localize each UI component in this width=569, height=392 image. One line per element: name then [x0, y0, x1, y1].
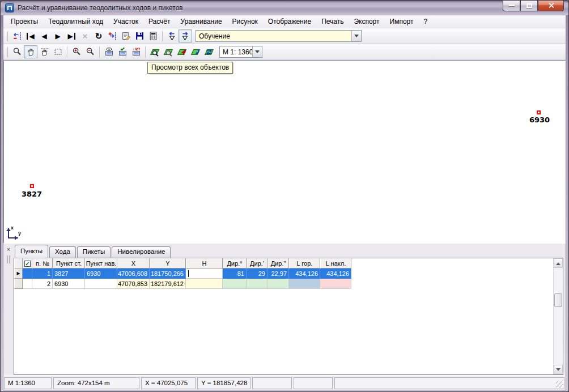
- maximize-button[interactable]: [520, 1, 538, 11]
- table-cell[interactable]: 182179,612: [150, 279, 186, 289]
- table-cell[interactable]: 81: [223, 269, 247, 279]
- map-back-button[interactable]: [189, 45, 202, 58]
- menu-item-help[interactable]: ?: [418, 16, 432, 27]
- menu-item-adjustment[interactable]: Уравнивание: [176, 16, 227, 27]
- toolbar-gripper[interactable]: [6, 31, 8, 41]
- prev-record-button[interactable]: ◀: [37, 29, 51, 42]
- scroll-up-button[interactable]: [554, 258, 563, 268]
- scroll-down-button[interactable]: [554, 365, 563, 374]
- column-header-station[interactable]: Пункт ст.: [53, 258, 85, 269]
- table-cell[interactable]: 6930: [53, 279, 85, 289]
- next-record-button[interactable]: ▶: [51, 29, 65, 42]
- prev-point-button[interactable]: [165, 29, 179, 42]
- column-header-x[interactable]: X: [117, 258, 150, 269]
- detach-record-button[interactable]: [10, 29, 24, 42]
- tab-pickets[interactable]: Пикеты: [77, 246, 111, 258]
- scrollbar-thumb[interactable]: [554, 293, 562, 307]
- column-header-dir-deg[interactable]: Дир.°: [223, 258, 247, 269]
- menu-item-drawing[interactable]: Рисунок: [227, 16, 263, 27]
- menu-item-print[interactable]: Печать: [316, 16, 349, 27]
- next-point-button[interactable]: [179, 29, 192, 42]
- cell-editor[interactable]: [186, 269, 223, 279]
- column-header-h[interactable]: Н: [186, 258, 223, 269]
- header-checkbox-cell[interactable]: ✓: [23, 258, 32, 269]
- insert-record-icon: [108, 31, 117, 41]
- refresh-button[interactable]: ↻: [92, 29, 105, 42]
- close-button[interactable]: [538, 1, 564, 11]
- table-cell[interactable]: 2: [32, 279, 53, 289]
- project-combobox-dropdown-button[interactable]: [351, 31, 361, 41]
- column-header-l-hor[interactable]: L гор.: [289, 258, 320, 269]
- tab-traverses[interactable]: Хода: [49, 246, 76, 258]
- table-cell[interactable]: 47006,608: [117, 269, 150, 279]
- column-header-dir-min[interactable]: Дир.': [247, 258, 267, 269]
- menu-item-export[interactable]: Экспорт: [349, 16, 384, 27]
- menu-item-display[interactable]: Отображение: [263, 16, 316, 27]
- table-cell[interactable]: 3827: [53, 269, 85, 279]
- table-cell[interactable]: 1: [32, 269, 53, 279]
- edit-record-button[interactable]: [119, 29, 133, 42]
- table-cell[interactable]: [23, 269, 32, 279]
- menu-item-import[interactable]: Импорт: [385, 16, 419, 27]
- table-cell[interactable]: [247, 279, 267, 289]
- scale-combobox-dropdown-button[interactable]: [252, 46, 262, 57]
- table-cell[interactable]: [267, 279, 289, 289]
- minimize-button[interactable]: [503, 1, 520, 11]
- column-header-num[interactable]: п. №: [32, 258, 53, 269]
- menu-item-projects[interactable]: Проекты: [6, 16, 43, 27]
- select-area-button[interactable]: [51, 45, 65, 58]
- menu-item-section[interactable]: Участок: [108, 16, 143, 27]
- table-cell[interactable]: [289, 279, 320, 289]
- resize-grip[interactable]: [556, 381, 563, 388]
- vertical-scrollbar[interactable]: [553, 258, 563, 374]
- dock-gripper[interactable]: [7, 255, 10, 263]
- first-record-button[interactable]: ◀: [24, 29, 37, 42]
- pan-hand-button[interactable]: [24, 45, 37, 58]
- table-cell[interactable]: [85, 279, 117, 289]
- menu-item-calculation[interactable]: Расчёт: [143, 16, 176, 27]
- last-record-button[interactable]: ▶: [65, 29, 78, 42]
- table-visibility-button[interactable]: [102, 45, 116, 58]
- panel-close-button[interactable]: ×: [5, 245, 12, 253]
- map-pointer-button[interactable]: [175, 45, 189, 58]
- map-swap-button[interactable]: [202, 45, 216, 58]
- table-cell[interactable]: 47070,853: [117, 279, 150, 289]
- menu-item-traverse[interactable]: Теодолитный ход: [43, 16, 108, 27]
- table-cell[interactable]: 434,126: [320, 269, 351, 279]
- column-header-y[interactable]: Y: [150, 258, 186, 269]
- table-cell[interactable]: 181750,266: [150, 269, 186, 279]
- zoom-out-button[interactable]: [83, 45, 97, 58]
- table-values-button[interactable]: [129, 45, 143, 58]
- point-marker-3827[interactable]: [30, 184, 34, 188]
- fit-selection-button[interactable]: [162, 45, 175, 58]
- point-marker-6930[interactable]: [537, 110, 541, 114]
- insert-record-button[interactable]: [105, 29, 119, 42]
- table-check-button[interactable]: [116, 45, 129, 58]
- table-cell[interactable]: 22,97: [267, 269, 289, 279]
- map-canvas[interactable]: 6930 3827 x y: [3, 60, 566, 243]
- column-header-target[interactable]: Пункт нав.: [85, 258, 117, 269]
- zoom-in-button[interactable]: [70, 45, 83, 58]
- column-header-dir-sec[interactable]: Дир.": [267, 258, 289, 269]
- fit-all-button[interactable]: [148, 45, 162, 58]
- column-header-l-incl[interactable]: L накл.: [320, 258, 351, 269]
- info-hand-button[interactable]: [37, 45, 51, 58]
- zoom-window-button[interactable]: [10, 45, 24, 58]
- toolbar-gripper[interactable]: [6, 47, 8, 57]
- table-cell[interactable]: 6930: [85, 269, 117, 279]
- table-cell[interactable]: 29: [247, 269, 267, 279]
- project-combobox[interactable]: Обучение: [196, 30, 362, 42]
- scale-combobox[interactable]: М 1: 1360: [219, 46, 262, 58]
- table-cell[interactable]: [320, 279, 351, 289]
- calculator-button[interactable]: [146, 29, 160, 42]
- table-cell[interactable]: 434,126: [289, 269, 320, 279]
- tab-points[interactable]: Пункты: [15, 245, 48, 258]
- dock-strip: ×: [3, 244, 14, 375]
- table-cell[interactable]: [223, 279, 247, 289]
- table-cell[interactable]: [23, 279, 32, 289]
- titlebar[interactable]: Расчёт и уравнивание теодолитных ходов и…: [1, 1, 568, 15]
- save-button[interactable]: [133, 29, 146, 42]
- table-cell[interactable]: [186, 279, 223, 289]
- delete-record-button[interactable]: ×: [78, 29, 92, 42]
- tab-leveling[interactable]: Нивелирование: [112, 246, 171, 258]
